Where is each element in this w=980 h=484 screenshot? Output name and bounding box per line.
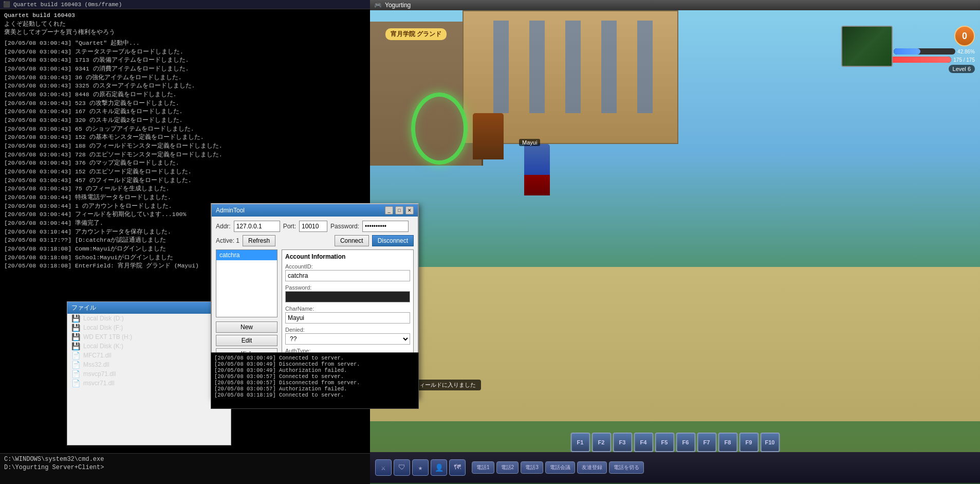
cmd-path: C:\WINDOWS\system32\cmd.exe [4, 456, 366, 463]
terminal-log-line: [20/05/08 03:00:43] 320 のスキル定義2をロードしました. [4, 116, 366, 125]
terminal-welcome3: 褒美としてオプーナを買う権利をやろう [4, 28, 366, 37]
admin-minimize-btn[interactable]: _ [385, 206, 393, 214]
skill-btn-f9[interactable]: F9 [739, 433, 759, 452]
fe-title-text: ファイル [71, 303, 96, 312]
action-bar: ⚔ 🛡 ★ 👤 🗺 電話1電話2電話3電話会議友達登録電話を切る [370, 452, 980, 483]
hud-exp-percent: 42.86% [957, 49, 975, 55]
skill-btn-f6[interactable]: F6 [676, 433, 695, 452]
fe-item-label: Local Disk (F:) [83, 324, 123, 331]
addr-input[interactable] [234, 221, 280, 232]
charname-input[interactable] [285, 312, 410, 324]
file-explorer-title: ファイル ✕ [67, 302, 231, 314]
game-char-mayui [524, 144, 550, 195]
action-btn-電話1[interactable]: 電話1 [472, 461, 494, 474]
dll-icon: 📄 [71, 379, 80, 387]
fe-item-label: msvcp71.dll [83, 370, 116, 378]
charname-label: CharName: [285, 306, 410, 312]
skill-btn-f2[interactable]: F2 [591, 433, 611, 452]
fe-item[interactable]: 💾WD EXT 1TB (H:) [67, 332, 231, 342]
file-explorer: ファイル ✕ 💾Local Disk (D:)💾Local Disk (F:)💾… [67, 301, 231, 445]
fe-item[interactable]: 💾Local Disk (K:) [67, 342, 231, 351]
fe-item[interactable]: 📄msvcp71.dll [67, 369, 231, 379]
disk-icon: 💾 [71, 314, 80, 322]
hud-exp-fill [894, 48, 920, 55]
denied-label: Denied: [285, 327, 410, 333]
terminal-log-line: [20/05/08 03:00:43] 65 のショップアイテムをロードしました… [4, 125, 366, 134]
action-btn-電話3[interactable]: 電話3 [521, 461, 543, 474]
new-button[interactable]: New [216, 321, 278, 333]
hud-exp-container: Exp 42.86% [883, 48, 975, 55]
info-section-label: Account Information [285, 253, 410, 260]
port-input[interactable] [299, 221, 327, 232]
admin-dialog-titlebar[interactable]: AdminTool _ □ ✕ [212, 204, 418, 217]
game-location-badge: 宵月学院 グランド [385, 28, 447, 40]
action-btn-電話を切る[interactable]: 電話を切る [609, 461, 644, 474]
edit-button[interactable]: Edit [216, 335, 278, 346]
minimap [841, 26, 893, 67]
person-icon-btn[interactable]: 👤 [431, 459, 447, 476]
fe-item-label: Local Disk (K:) [83, 343, 123, 350]
admin-restore-btn[interactable]: □ [395, 206, 403, 214]
denied-field-group: Denied: ?? [285, 327, 410, 345]
fe-item-label: msvcr71.dll [83, 380, 115, 387]
fe-items: 💾Local Disk (D:)💾Local Disk (F:)💾WD EXT … [67, 314, 231, 388]
port-label: Port: [283, 223, 296, 230]
game-portal [411, 93, 468, 165]
connect-button[interactable]: Connect [335, 235, 369, 246]
game-panel[interactable]: 🎮 Yogurting Mayui 0 Exp 42.86% [370, 0, 980, 484]
terminal-log-line: [20/05/08 03:00:43] 1713 の装備アイテムをロードしました… [4, 56, 366, 65]
skill-btn-f10[interactable]: F10 [760, 433, 780, 452]
user-list-item-catchra[interactable]: catchra [216, 250, 277, 260]
skill-btn-f7[interactable]: F7 [697, 433, 716, 452]
skill-btn-f4[interactable]: F4 [634, 433, 653, 452]
skill-btn-f3[interactable]: F3 [613, 433, 632, 452]
account-id-label: AccountID: [285, 263, 410, 270]
hud-hp-fill [890, 57, 951, 63]
skill-btn-f5[interactable]: F5 [655, 433, 674, 452]
disconnect-button[interactable]: Disconnect [372, 235, 414, 246]
fe-item[interactable]: 💾Local Disk (F:) [67, 323, 231, 332]
game-icon: 🎮 [374, 2, 382, 9]
star-icon-btn[interactable]: ★ [412, 459, 429, 476]
terminal-log-line: [20/05/08 03:00:43] 376 のマップ定義をロードしました. [4, 159, 366, 168]
admin-titlebar-btns: _ □ ✕ [385, 206, 414, 214]
terminal-log-line: [20/05/08 03:00:43] "Quartet" 起動中... [4, 39, 366, 48]
skill-btn-f8[interactable]: F8 [718, 433, 737, 452]
dll-icon: 📄 [71, 351, 80, 360]
action-btn-電話会議[interactable]: 電話会議 [545, 461, 575, 474]
admin-log: [20/05/08 03:00:49] Connected to server.… [211, 352, 419, 409]
terminal-title: Quartet build 160403 (0ms/frame) [13, 2, 122, 8]
skill-btn-f1[interactable]: F1 [570, 433, 590, 452]
game-titlebar: 🎮 Yogurting [370, 0, 980, 10]
sword-icon-btn[interactable]: ⚔ [375, 459, 392, 476]
password-top-input[interactable] [362, 221, 409, 232]
shield-icon-btn[interactable]: 🛡 [394, 459, 410, 476]
fe-item-label: Local Disk (D:) [83, 315, 124, 322]
action-btn-電話2[interactable]: 電話2 [496, 461, 519, 474]
account-id-input[interactable] [285, 270, 410, 281]
terminal-titlebar: ⬛ Quartet build 160403 (0ms/frame) [0, 0, 370, 9]
terminal-log-line: [20/05/08 03:00:43] 75 のフィールドを生成しました. [4, 185, 366, 193]
game-viewport[interactable]: Mayui 0 Exp 42.86% ❤ 175 / 175 Level 6 [370, 10, 980, 483]
fe-item[interactable]: 📄Mss32.dll [67, 360, 231, 369]
fe-item[interactable]: 📄msvcr71.dll [67, 379, 231, 388]
terminal-log-line: [20/05/08 03:00:43] 152 の基本モンスター定義をロードしま… [4, 133, 366, 142]
fe-item[interactable]: 📄MFC71.dll [67, 351, 231, 360]
refresh-button[interactable]: Refresh [243, 235, 275, 246]
map-icon-btn[interactable]: 🗺 [449, 459, 466, 476]
admin-log-line: [20/05/08 03:00:57] Connected to server. [214, 373, 415, 380]
admin-log-line: [20/05/08 03:00:49] Disconnected from se… [214, 361, 415, 367]
admin-close-btn[interactable]: ✕ [405, 206, 414, 214]
terminal-icon: ⬛ [3, 1, 10, 8]
action-btn-友達登録[interactable]: 友達登録 [577, 461, 607, 474]
denied-select[interactable]: ?? [285, 333, 410, 345]
admin-control-row: Active: 1 Refresh Connect Disconnect [216, 235, 414, 246]
fe-item[interactable]: 💾Local Disk (D:) [67, 314, 231, 323]
terminal-log-line: [20/05/08 03:00:43] 152 のエピソード定義をロードしました… [4, 168, 366, 176]
admin-log-line: [20/05/08 03:18:19] Connected to server. [214, 392, 415, 398]
terminal-build-line: Quartet build 160403 [4, 11, 366, 20]
game-title: Yogurting [385, 2, 411, 9]
admin-user-list[interactable]: catchra [216, 249, 278, 317]
disk-icon: 💾 [71, 342, 80, 350]
admin-title-text: AdminTool [216, 207, 245, 214]
